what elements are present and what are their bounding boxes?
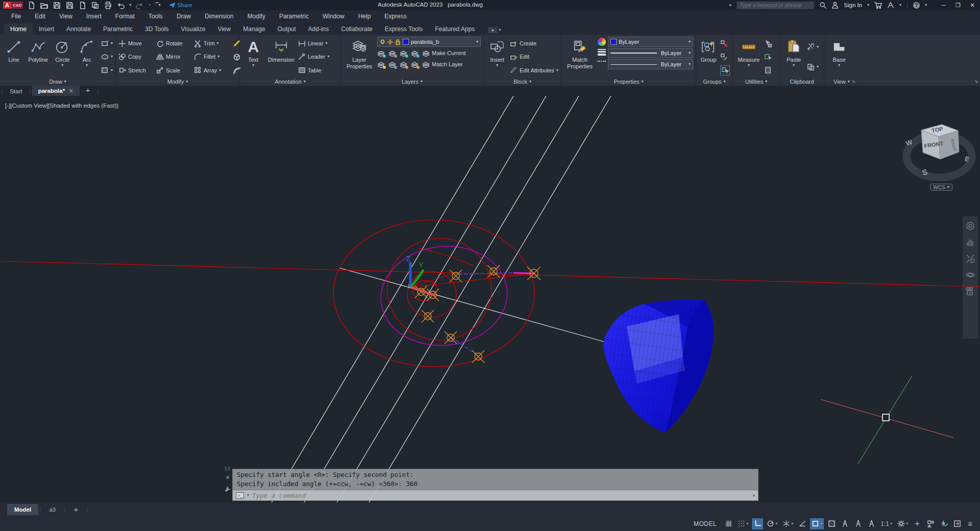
panel-label-groups[interactable]: Groups▾ bbox=[696, 77, 732, 86]
circle-button[interactable]: Circle▾ bbox=[52, 37, 74, 77]
menu-window[interactable]: Window bbox=[323, 13, 345, 20]
cut-button[interactable]: ▾ bbox=[807, 42, 819, 52]
undo-caret-icon[interactable]: ▾ bbox=[129, 3, 131, 7]
hatch-button[interactable]: ▾ bbox=[101, 65, 113, 75]
scale-button[interactable]: Scale bbox=[156, 65, 193, 75]
menu-edit[interactable]: Edit bbox=[35, 13, 45, 20]
rotate-button[interactable]: Rotate bbox=[156, 38, 193, 48]
object-color-select[interactable]: ByLayer▾ bbox=[608, 37, 693, 47]
arc-button[interactable]: Arc▾ bbox=[76, 37, 98, 77]
new-file-button[interactable] bbox=[27, 1, 35, 9]
ribbon-tab-manage[interactable]: Manage bbox=[237, 23, 271, 35]
command-wrench-icon[interactable] bbox=[224, 486, 231, 493]
autocad-logo[interactable]: ACAD bbox=[3, 2, 23, 9]
new-layout-button[interactable]: + bbox=[66, 502, 85, 516]
menu-tools[interactable]: Tools bbox=[149, 13, 163, 20]
grid-toggle[interactable] bbox=[723, 518, 734, 529]
search-input[interactable] bbox=[737, 2, 814, 9]
dimension-button[interactable]: Dimension bbox=[266, 37, 296, 77]
menu-help[interactable]: Help bbox=[358, 13, 371, 20]
edit-block-button[interactable]: Edit bbox=[510, 52, 558, 62]
quick-select-button[interactable] bbox=[764, 38, 772, 48]
redo-button[interactable] bbox=[136, 1, 144, 9]
layer-color-swatch[interactable] bbox=[403, 39, 409, 45]
linear-dimension-button[interactable]: Linear▾ bbox=[298, 38, 338, 48]
ribbon-tab-parametric[interactable]: Parametric bbox=[97, 23, 139, 35]
menu-insert[interactable]: Insert bbox=[86, 13, 102, 20]
dashed-segments[interactable] bbox=[451, 272, 535, 357]
layer-select-caret-icon[interactable]: ▾ bbox=[476, 40, 478, 44]
create-block-button[interactable]: Create bbox=[510, 38, 558, 48]
ribbon-tab-add-ins[interactable]: Add-ins bbox=[302, 23, 335, 35]
red-ellipses[interactable] bbox=[333, 220, 534, 367]
plot-button[interactable] bbox=[78, 1, 86, 9]
trim-button[interactable]: Trim▾ bbox=[194, 38, 231, 48]
ortho-toggle[interactable] bbox=[752, 518, 763, 529]
viewport-controls[interactable]: [-][Custom View][Shaded with edges (Fast… bbox=[5, 103, 118, 109]
menu-parametric[interactable]: Parametric bbox=[279, 13, 309, 20]
annotation-autoscale-toggle[interactable] bbox=[852, 518, 864, 529]
snap-toggle[interactable]: ▾ bbox=[736, 518, 750, 529]
ribbon-tab-3d-tools[interactable]: 3D Tools bbox=[139, 23, 175, 35]
ucs-icon[interactable]: Z Y bbox=[406, 255, 435, 295]
model-space-indicator[interactable]: MODEL bbox=[694, 520, 717, 527]
wcs-button[interactable]: WCS▾ bbox=[930, 184, 952, 191]
stretch-button[interactable]: Stretch bbox=[118, 65, 155, 75]
help-caret-icon[interactable]: ▾ bbox=[925, 3, 927, 7]
panel-label-modify[interactable]: Modify▾ bbox=[116, 77, 239, 86]
pan-icon[interactable] bbox=[966, 238, 975, 247]
redo-caret-icon[interactable]: ▾ bbox=[149, 3, 151, 7]
file-tab-parabola[interactable]: parabola*✕ bbox=[32, 86, 80, 96]
ribbon-collapse-control[interactable]: ▲▾ bbox=[488, 27, 501, 33]
polar-tracking-toggle[interactable]: ▾ bbox=[765, 518, 779, 529]
panel-label-utilities[interactable]: Utilities▾ bbox=[733, 77, 779, 86]
navigation-bar[interactable] bbox=[963, 216, 978, 339]
layer-sun-all-button[interactable] bbox=[400, 61, 407, 68]
panel-label-view[interactable]: View▾⇘ bbox=[824, 77, 980, 86]
paraboloid-solid[interactable] bbox=[603, 300, 714, 433]
drawing-canvas[interactable]: Z Y [-][Custom View][Shaded with edges (… bbox=[0, 96, 980, 502]
autodesk-app-caret-icon[interactable]: ▾ bbox=[899, 3, 901, 7]
annotation-visibility-toggle[interactable] bbox=[839, 518, 850, 529]
user-icon[interactable] bbox=[831, 2, 839, 9]
match-properties-button[interactable]: Match Properties bbox=[564, 37, 596, 77]
ribbon-tab-express-tools[interactable]: Express Tools bbox=[379, 23, 429, 35]
ellipse-button[interactable]: ▾ bbox=[101, 52, 113, 62]
group-button[interactable]: Group bbox=[699, 37, 718, 77]
match-layer-button[interactable]: Match Layer bbox=[422, 59, 463, 69]
menu-format[interactable]: Format bbox=[115, 13, 135, 20]
search-expand-icon[interactable]: ▸ bbox=[729, 3, 731, 7]
app-store-cart-icon[interactable] bbox=[874, 2, 882, 9]
layer-freeze-button[interactable] bbox=[400, 49, 407, 57]
insert-block-button[interactable]: Insert▾ bbox=[486, 37, 508, 77]
publish-button[interactable] bbox=[91, 1, 99, 9]
layer-isolate-button[interactable] bbox=[388, 49, 396, 57]
undo-button[interactable] bbox=[116, 1, 125, 9]
isolate-objects-button[interactable] bbox=[925, 518, 936, 529]
share-button[interactable]: Share bbox=[168, 2, 192, 9]
annotation-scale-icon[interactable] bbox=[866, 518, 877, 529]
layout-tab-model[interactable]: Model bbox=[7, 504, 38, 515]
properties-launcher-icon[interactable]: ⇘ bbox=[974, 80, 978, 84]
menu-view[interactable]: View bbox=[59, 13, 72, 20]
command-window[interactable]: Specify start angle <0>: Specify second … bbox=[232, 469, 758, 501]
measure-button[interactable]: Measure▾ bbox=[736, 37, 762, 77]
navigation-wheel-icon[interactable] bbox=[966, 221, 975, 231]
menu-dimension[interactable]: Dimension bbox=[205, 13, 234, 20]
construction-lines[interactable] bbox=[272, 96, 611, 502]
ribbon-collapse-icon[interactable]: ▲ bbox=[488, 27, 497, 33]
linetype-select[interactable]: ByLayer▾ bbox=[608, 59, 693, 69]
panel-label-properties[interactable]: Properties▾⇘ bbox=[561, 77, 696, 86]
qat-customize-icon[interactable]: ▔▾ bbox=[155, 3, 160, 7]
graphics-performance-button[interactable] bbox=[938, 518, 949, 529]
command-recent-caret-icon[interactable]: ▾ bbox=[247, 493, 249, 497]
file-tab-start[interactable]: Start bbox=[4, 87, 28, 96]
open-file-button[interactable] bbox=[40, 1, 48, 9]
layer-lock-button[interactable] bbox=[411, 49, 419, 57]
layer-unlock-button[interactable] bbox=[411, 61, 419, 68]
text-button[interactable]: AText▾ bbox=[242, 37, 264, 77]
crosshair-cursor[interactable] bbox=[821, 376, 953, 464]
zoom-extents-icon[interactable] bbox=[966, 254, 975, 263]
lineweight-select[interactable]: ByLayer▾ bbox=[608, 48, 693, 58]
ribbon-tab-insert[interactable]: Insert bbox=[33, 23, 60, 35]
